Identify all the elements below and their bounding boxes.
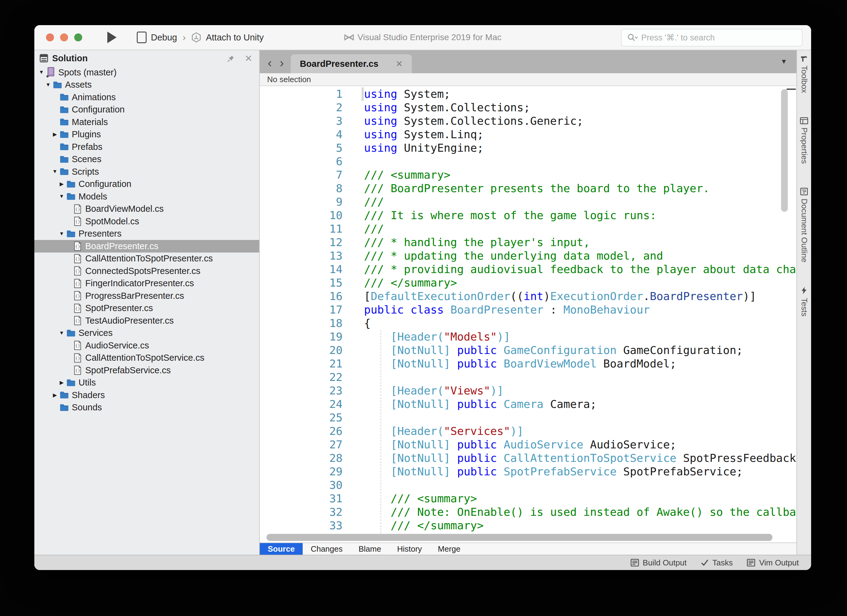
- code-line[interactable]: 28 [NotNull] public CallAttentionToSpotS…: [260, 451, 797, 465]
- dock-item-properties[interactable]: Properties: [800, 117, 809, 164]
- tree-item-file[interactable]: {}SpotPresenter.cs: [34, 302, 259, 315]
- tree-item-folder[interactable]: ▼Spots (master): [34, 66, 259, 79]
- minimize-window-button[interactable]: [60, 33, 68, 41]
- tree-item-folder[interactable]: ▶Utils: [34, 377, 259, 389]
- code-line[interactable]: 32 /// Note: OnEnable() is used instead …: [260, 505, 797, 519]
- tree-item-folder[interactable]: Materials: [34, 116, 259, 128]
- tree-item-file[interactable]: {}ConnectedSpotsPresenter.cs: [34, 265, 259, 277]
- disclosure-triangle-icon[interactable]: ▼: [58, 231, 66, 237]
- tab-list-dropdown-icon[interactable]: ▼: [781, 57, 787, 66]
- code-line[interactable]: 31 /// <summary>: [260, 492, 797, 505]
- tree-item-file[interactable]: {}BoardViewModel.cs: [34, 203, 259, 215]
- tree-item-file[interactable]: {}TestAudioPresenter.cs: [34, 314, 259, 327]
- code-line[interactable]: 7/// <summary>: [260, 168, 797, 182]
- tree-item-file[interactable]: {}CallAttentionToSpotService.cs: [34, 352, 259, 364]
- code-line[interactable]: 11///: [260, 222, 797, 236]
- code-line[interactable]: 6: [260, 155, 797, 168]
- code-line[interactable]: 33 /// </summary>: [260, 519, 797, 532]
- tree-item-folder[interactable]: ▶Configuration: [34, 178, 259, 191]
- code-line[interactable]: 24 [NotNull] public Camera Camera;: [260, 398, 797, 411]
- tab-source[interactable]: Source: [260, 543, 302, 555]
- tree-item-folder[interactable]: Scenes: [34, 153, 259, 166]
- tree-item-folder[interactable]: Animations: [34, 91, 259, 103]
- code-line[interactable]: 29 [NotNull] public SpotPrefabService Sp…: [260, 465, 797, 478]
- disclosure-triangle-icon[interactable]: ▼: [44, 82, 52, 88]
- tree-item-file[interactable]: {}CallAttentionToSpotPresenter.cs: [34, 252, 259, 265]
- tab-blame[interactable]: Blame: [351, 543, 389, 555]
- code-line[interactable]: 22: [260, 370, 797, 384]
- status-item-build-output[interactable]: Build Output: [630, 558, 687, 567]
- disclosure-triangle-icon[interactable]: ▼: [58, 330, 66, 336]
- code-line[interactable]: 1using System;: [260, 87, 797, 101]
- search-input[interactable]: Press '⌘.' to search: [621, 29, 803, 47]
- code-line[interactable]: 19 [Header("Models")]: [260, 330, 797, 343]
- disclosure-triangle-icon[interactable]: ▼: [51, 168, 59, 175]
- tree-item-folder[interactable]: ▶Shaders: [34, 389, 259, 401]
- code-line[interactable]: 4using System.Linq;: [260, 128, 797, 141]
- status-item-vim-output[interactable]: Vim Output: [747, 558, 799, 567]
- horizontal-scrollbar[interactable]: [267, 534, 772, 541]
- tree-item-folder[interactable]: ▼Services: [34, 327, 259, 340]
- tree-item-folder[interactable]: ▼Models: [34, 190, 259, 203]
- code-line[interactable]: 3using System.Collections.Generic;: [260, 114, 797, 128]
- dock-item-tests[interactable]: Tests: [800, 286, 809, 317]
- tree-item-folder[interactable]: Sounds: [34, 401, 259, 414]
- code-line[interactable]: 17public class BoardPresenter : MonoBeha…: [260, 303, 797, 317]
- status-item-tasks[interactable]: Tasks: [701, 558, 733, 567]
- disclosure-triangle-icon[interactable]: ▶: [58, 379, 66, 386]
- tree-item-file[interactable]: {}SpotModel.cs: [34, 215, 259, 228]
- tree-item-folder[interactable]: ▼Scripts: [34, 165, 259, 178]
- tree-item-file[interactable]: {}AudioService.cs: [34, 339, 259, 352]
- vertical-scrollbar[interactable]: [781, 89, 788, 212]
- tree-item-file[interactable]: {}ProgressBarPresenter.cs: [34, 290, 259, 302]
- code-line[interactable]: 16[DefaultExecutionOrder((int)ExecutionO…: [260, 290, 797, 303]
- pin-pad-icon[interactable]: [227, 54, 236, 62]
- code-line[interactable]: 20 [NotNull] public GameConfiguration Ga…: [260, 343, 797, 357]
- code-line[interactable]: 9///: [260, 195, 797, 209]
- code-line[interactable]: 18{: [260, 317, 797, 330]
- dock-item-toolbox[interactable]: Toolbox: [800, 55, 809, 93]
- tree-item-folder[interactable]: Configuration: [34, 103, 259, 116]
- code-line[interactable]: 23 [Header("Views")]: [260, 384, 797, 398]
- code-line[interactable]: 8/// BoardPresenter presents the board t…: [260, 182, 797, 195]
- navigate-forward-icon[interactable]: ›: [280, 57, 284, 69]
- code-editor[interactable]: 1using System;2using System.Collections;…: [260, 86, 797, 533]
- code-line[interactable]: 25: [260, 411, 797, 424]
- tab-merge[interactable]: Merge: [430, 543, 469, 555]
- code-line[interactable]: 13/// * updating the underlying data mod…: [260, 249, 797, 263]
- code-line[interactable]: 14/// * providing audiovisual feedback t…: [260, 263, 797, 276]
- zoom-window-button[interactable]: [74, 33, 82, 41]
- tree-item-folder[interactable]: ▼Presenters: [34, 228, 259, 240]
- close-pad-icon[interactable]: ✕: [245, 53, 252, 64]
- tree-item-file[interactable]: {}FingerIndicatorPresenter.cs: [34, 277, 259, 290]
- code-line[interactable]: 26 [Header("Services")]: [260, 424, 797, 438]
- run-button[interactable]: [107, 32, 117, 43]
- code-line[interactable]: 27 [NotNull] public AudioService AudioSe…: [260, 438, 797, 451]
- tree-item-file[interactable]: {}BoardPresenter.cs: [34, 240, 259, 252]
- dock-item-document-outline[interactable]: Document Outline: [800, 187, 809, 262]
- code-line[interactable]: 12/// * handling the player's input,: [260, 236, 797, 249]
- close-tab-icon[interactable]: ✕: [395, 59, 403, 69]
- code-line[interactable]: 21 [NotNull] public BoardViewModel Board…: [260, 357, 797, 370]
- tree-item-file[interactable]: {}SpotPrefabService.cs: [34, 364, 259, 377]
- tree-item-folder[interactable]: Prefabs: [34, 141, 259, 153]
- run-target-selector[interactable]: Attach to Unity: [206, 32, 264, 43]
- code-line[interactable]: 10/// It is where most of the game logic…: [260, 209, 797, 222]
- tree-item-folder[interactable]: ▶Plugins: [34, 128, 259, 141]
- editor-tab[interactable]: BoardPresenter.cs ✕: [291, 54, 412, 73]
- close-window-button[interactable]: [46, 33, 54, 41]
- tree-item-folder[interactable]: ▼Assets: [34, 79, 259, 91]
- code-line[interactable]: 30: [260, 478, 797, 492]
- disclosure-triangle-icon[interactable]: ▶: [51, 392, 59, 398]
- code-line[interactable]: 15/// </summary>: [260, 276, 797, 290]
- disclosure-triangle-icon[interactable]: ▶: [58, 181, 66, 187]
- disclosure-triangle-icon[interactable]: ▶: [51, 131, 59, 138]
- code-line[interactable]: 5using UnityEngine;: [260, 141, 797, 155]
- navigate-back-icon[interactable]: ‹: [268, 57, 272, 69]
- disclosure-triangle-icon[interactable]: ▼: [37, 69, 46, 75]
- tab-changes[interactable]: Changes: [302, 543, 351, 555]
- tab-history[interactable]: History: [389, 543, 430, 555]
- disclosure-triangle-icon[interactable]: ▼: [58, 193, 66, 199]
- code-line[interactable]: 2using System.Collections;: [260, 101, 797, 114]
- run-configuration-selector[interactable]: Debug: [151, 32, 177, 43]
